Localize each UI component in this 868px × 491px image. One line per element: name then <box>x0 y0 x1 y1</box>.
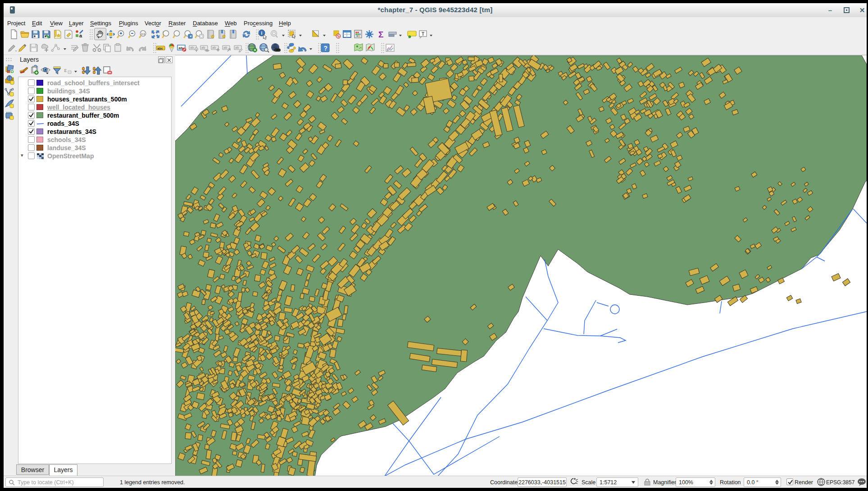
svg-text:ε: ε <box>64 67 67 73</box>
svg-text:ab: ab <box>179 46 183 50</box>
svg-text:?: ? <box>324 45 328 52</box>
svg-text:ab: ab <box>190 46 194 50</box>
svg-text:ab: ab <box>212 46 216 50</box>
svg-text:ab: ab <box>223 46 227 50</box>
svg-text:abc: abc <box>158 47 163 50</box>
svg-text:ab: ab <box>201 46 205 50</box>
svg-text:a: a <box>79 33 82 38</box>
svg-text:i: i <box>261 31 263 36</box>
svg-text:T: T <box>422 32 424 37</box>
svg-text:Σ: Σ <box>378 30 383 39</box>
svg-text:ab: ab <box>235 46 239 50</box>
svg-text:1:1: 1:1 <box>141 32 145 35</box>
